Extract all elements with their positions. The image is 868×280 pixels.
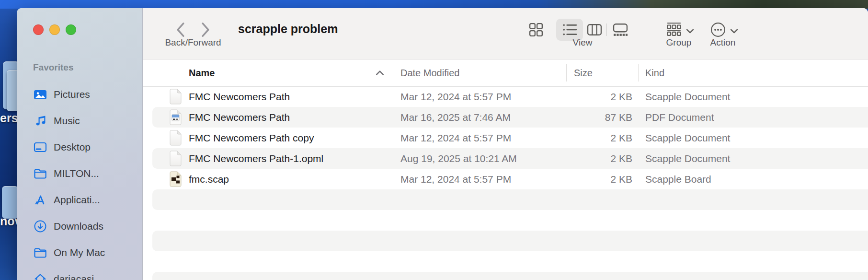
sidebar-item-desktop[interactable]: Desktop — [17, 134, 143, 160]
sidebar-item-on-my-mac[interactable]: On My Mac — [17, 239, 143, 266]
minimize-button[interactable] — [49, 24, 60, 35]
sidebar-item-label: Music — [54, 115, 80, 127]
sidebar-item-label: On My Mac — [54, 247, 105, 258]
back-button[interactable] — [174, 22, 187, 37]
sidebar-item-applicati[interactable]: Applicati... — [17, 187, 143, 213]
download-circle-icon — [33, 219, 47, 233]
empty-row — [143, 231, 868, 251]
table-row[interactable]: FMC Newcomers Path-1.opml Aug 19, 2025 a… — [143, 148, 868, 169]
group-icon[interactable] — [666, 22, 682, 37]
column-header-name[interactable]: Name — [189, 59, 215, 86]
empty-row — [143, 272, 868, 280]
close-button[interactable] — [33, 24, 44, 35]
group-label: Group — [655, 37, 703, 48]
sidebar-item-downloads[interactable]: Downloads — [17, 213, 143, 239]
table-row[interactable]: FMC Newcomers Path Mar 12, 2024 at 5:57 … — [143, 86, 868, 107]
file-size: 87 KB — [566, 112, 638, 123]
column-divider[interactable] — [394, 64, 394, 82]
file-size: 2 KB — [566, 153, 638, 164]
column-view-button[interactable] — [587, 23, 602, 37]
sidebar-item-label: Downloads — [54, 221, 103, 232]
photo-icon — [33, 87, 47, 102]
main-pane: Back/Forward scrapple problem View — [143, 8, 868, 280]
finder-window: Favorites Pictures Music Desktop MILTON.… — [17, 8, 868, 280]
sidebar-item-music[interactable]: Music — [17, 107, 143, 134]
sidebar-item-dariacasi[interactable]: dariacasi — [17, 266, 143, 280]
pdf-icon — [169, 109, 182, 125]
list-view-button[interactable] — [562, 23, 577, 37]
sort-ascending-icon[interactable] — [376, 69, 384, 76]
music-note-icon — [33, 114, 47, 128]
sidebar-list: Pictures Music Desktop MILTON... Applica… — [17, 81, 143, 280]
sidebar-item-label: MILTON... — [54, 168, 99, 179]
wallpaper-top-strip — [0, 0, 868, 9]
file-list: FMC Newcomers Path Mar 12, 2024 at 5:57 … — [143, 86, 868, 280]
empty-row — [143, 189, 868, 210]
column-header-size[interactable]: Size — [574, 59, 593, 86]
back-forward-label: Back/Forward — [152, 37, 234, 48]
file-name: FMC Newcomers Path-1.opml — [189, 153, 323, 164]
file-kind: Scapple Document — [638, 153, 868, 164]
sidebar: Favorites Pictures Music Desktop MILTON.… — [17, 8, 143, 280]
file-name: FMC Newcomers Path copy — [189, 132, 314, 144]
table-row[interactable]: FMC Newcomers Path copy Mar 12, 2024 at … — [143, 128, 868, 148]
home-icon — [33, 272, 47, 280]
list-column-header: Name Date Modified Size Kind — [143, 59, 868, 87]
traffic-lights — [33, 24, 76, 35]
gallery-view-button[interactable] — [613, 23, 628, 37]
sidebar-item-label: Desktop — [54, 141, 91, 153]
folder-icon — [33, 166, 47, 181]
file-date-modified: Mar 12, 2024 at 5:57 PM — [394, 132, 566, 144]
file-size: 2 KB — [566, 174, 638, 185]
sidebar-item-label: Pictures — [54, 89, 90, 100]
column-divider[interactable] — [638, 64, 639, 82]
sidebar-item-label: dariacasi — [54, 273, 94, 280]
sidebar-section-favorites: Favorites — [33, 62, 73, 73]
view-label: View — [566, 37, 599, 48]
file-kind: PDF Document — [638, 112, 868, 123]
table-row[interactable]: FMC Newcomers Path Mar 16, 2025 at 7:46 … — [143, 107, 868, 128]
sidebar-item-label: Applicati... — [54, 194, 100, 206]
table-row[interactable]: fmc.scap Mar 12, 2024 at 5:57 PM 2 KB Sc… — [143, 169, 868, 189]
window-title: scrapple problem — [238, 22, 338, 36]
toolbar: Back/Forward scrapple problem View — [143, 8, 868, 59]
empty-row — [143, 210, 868, 231]
document-icon — [169, 130, 182, 146]
action-menu-icon[interactable] — [710, 22, 726, 37]
action-label: Action — [699, 37, 747, 48]
zoom-button[interactable] — [66, 24, 76, 35]
file-name: FMC Newcomers Path — [189, 112, 290, 123]
file-size: 2 KB — [566, 132, 638, 144]
scapple-board-icon — [169, 171, 182, 187]
view-separator — [606, 23, 607, 36]
folder-icon — [33, 245, 47, 260]
sidebar-item-pictures[interactable]: Pictures — [17, 81, 143, 107]
file-name: FMC Newcomers Path — [189, 91, 290, 103]
document-icon — [169, 151, 182, 166]
forward-button[interactable] — [199, 22, 212, 37]
empty-row — [143, 251, 868, 272]
file-name: fmc.scap — [189, 174, 229, 185]
sidebar-item-milton[interactable]: MILTON... — [17, 160, 143, 187]
desktop-folder-icon[interactable] — [2, 186, 18, 219]
group-dropdown-chevron[interactable] — [686, 27, 694, 33]
file-kind: Scapple Document — [638, 91, 868, 103]
icon-view-button[interactable] — [529, 23, 543, 37]
app-store-icon — [33, 193, 47, 207]
file-size: 2 KB — [566, 91, 638, 103]
column-divider[interactable] — [566, 64, 567, 82]
desktop-icon — [33, 140, 47, 154]
file-kind: Scapple Document — [638, 132, 868, 144]
file-date-modified: Mar 12, 2024 at 5:57 PM — [394, 174, 566, 185]
action-dropdown-chevron[interactable] — [730, 27, 738, 33]
desktop-icon-label: ers — [0, 111, 18, 125]
column-header-kind[interactable]: Kind — [645, 59, 664, 86]
file-date-modified: Mar 12, 2024 at 5:57 PM — [394, 91, 566, 103]
column-header-date-modified[interactable]: Date Modified — [400, 59, 459, 86]
file-kind: Scapple Board — [638, 174, 868, 185]
file-date-modified: Mar 16, 2025 at 7:46 AM — [394, 112, 566, 123]
document-icon — [169, 89, 182, 105]
file-date-modified: Aug 19, 2025 at 10:21 AM — [394, 153, 566, 164]
